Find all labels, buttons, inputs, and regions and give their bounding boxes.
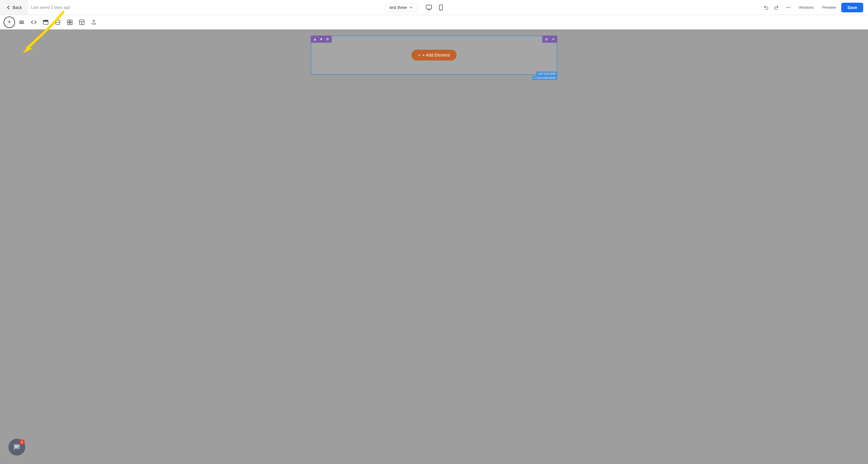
svg-point-5 <box>789 7 790 8</box>
add-icon: + <box>7 19 11 26</box>
add-element-label: + Add Element <box>422 53 450 57</box>
widget-icon <box>67 19 73 25</box>
chevron-down-icon <box>409 6 413 9</box>
svg-rect-16 <box>70 23 72 25</box>
svg-point-2 <box>441 9 441 10</box>
header-icon <box>43 19 49 25</box>
back-arrow-icon <box>6 5 11 10</box>
back-label: Back <box>12 5 22 10</box>
undo-redo-group <box>761 3 781 12</box>
secondary-toolbar: + <box>0 15 868 29</box>
saved-status: Last saved 2 days ago <box>28 5 70 10</box>
more-options-button[interactable] <box>783 3 793 12</box>
svg-rect-6 <box>19 21 24 21</box>
layout-icon <box>55 19 61 25</box>
right-toolbar: Versions Preview Save <box>761 3 868 12</box>
svg-rect-8 <box>19 23 24 24</box>
page-canvas: ▲ ▼ ⚙ ⧉ ✕ + + Add Element 1ST COLUMN 1 C… <box>311 35 557 75</box>
svg-rect-0 <box>426 5 432 9</box>
row-labels: 1ST COLUMN 1 COLUMN ROW <box>532 71 557 80</box>
row-settings-button[interactable]: ⚙ <box>324 36 331 42</box>
versions-button[interactable]: Versions <box>796 3 816 11</box>
redo-button[interactable] <box>771 3 781 12</box>
chat-icon <box>12 443 21 452</box>
row-move-up-button[interactable]: ▲ <box>312 36 318 42</box>
row-block[interactable]: ▲ ▼ ⚙ ⧉ ✕ + + Add Element 1ST COLUMN 1 C… <box>311 35 557 75</box>
top-bar: Back Last saved 2 days ago test three <box>0 0 868 15</box>
layers-icon <box>19 19 25 25</box>
undo-icon <box>763 5 769 10</box>
canvas-area: ▲ ▼ ⚙ ⧉ ✕ + + Add Element 1ST COLUMN 1 C… <box>0 29 868 464</box>
svg-point-3 <box>786 7 787 8</box>
layers-panel-button[interactable] <box>16 17 27 28</box>
chat-badge-count: 2 <box>19 439 25 445</box>
redo-icon <box>774 5 779 10</box>
first-column-label: 1ST COLUMN <box>536 71 557 76</box>
svg-rect-14 <box>70 20 72 22</box>
save-button[interactable]: Save <box>841 3 863 12</box>
widget-button[interactable] <box>64 17 75 28</box>
more-options-icon <box>785 5 791 10</box>
desktop-device-button[interactable] <box>424 2 434 13</box>
mobile-icon <box>438 4 444 11</box>
device-toggle-group <box>424 2 446 13</box>
add-element-button[interactable]: + + Add Element <box>411 50 457 60</box>
layout-block-button[interactable] <box>52 17 63 28</box>
page-name-dropdown[interactable]: test three <box>385 3 417 12</box>
row-top-controls: ▲ ▼ ⚙ <box>311 35 332 43</box>
page-name-text: test three <box>390 5 407 10</box>
code-editor-button[interactable] <box>28 17 39 28</box>
svg-rect-15 <box>67 23 69 25</box>
header-section-button[interactable] <box>40 17 51 28</box>
add-element-toolbar-button[interactable]: + <box>4 17 15 28</box>
svg-rect-13 <box>67 20 69 22</box>
svg-rect-10 <box>43 20 48 22</box>
row-right-controls: ⧉ ✕ <box>542 35 557 43</box>
export-button[interactable] <box>88 17 99 28</box>
export-icon <box>91 19 97 25</box>
svg-rect-7 <box>19 22 24 23</box>
row-copy-button[interactable]: ⧉ <box>544 36 550 42</box>
row-delete-button[interactable]: ✕ <box>550 36 556 42</box>
mobile-device-button[interactable] <box>435 2 446 13</box>
code-icon <box>31 19 37 25</box>
svg-point-4 <box>788 7 789 8</box>
templates-icon <box>79 19 85 25</box>
one-column-row-label: 1 COLUMN ROW <box>532 76 557 80</box>
templates-button[interactable] <box>76 17 87 28</box>
preview-button[interactable]: Preview <box>819 3 839 11</box>
desktop-icon <box>426 4 432 11</box>
back-button[interactable]: Back <box>0 0 28 15</box>
center-toolbar: test three <box>301 2 531 13</box>
chat-widget-button[interactable]: 2 <box>8 439 25 456</box>
add-element-plus: + <box>418 53 421 57</box>
row-move-down-button[interactable]: ▼ <box>318 36 324 42</box>
undo-button[interactable] <box>761 3 771 12</box>
